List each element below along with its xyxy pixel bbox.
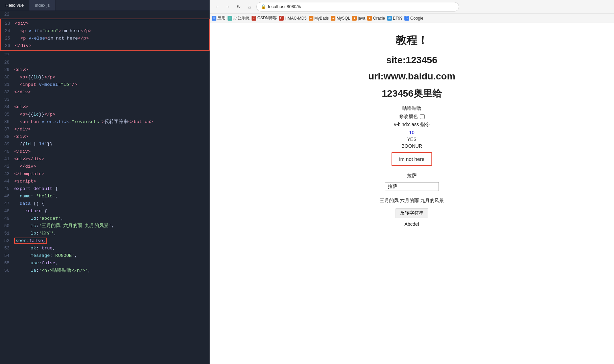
bookmark-google[interactable]: G Google <box>404 16 423 21</box>
line-number: 44 <box>0 178 13 185</box>
hmac-icon: C <box>279 16 284 21</box>
line-number: 22 <box>0 11 13 18</box>
oracle-icon: ♦ <box>367 16 372 21</box>
line-content: export default { <box>13 185 210 193</box>
bookmarks-bar: ⠿ 应用 ✦ 办公系统 C CSDN博客 C HMAC-MD5 ♦ MyBati… <box>210 14 614 23</box>
line-number: 39 <box>0 141 13 148</box>
line-content: lc:'三月的风 六月的雨 九月的风景', <box>13 222 210 230</box>
editor-tab-bar: Hello.vue index.js <box>0 0 210 11</box>
line-content: </div> <box>13 89 210 96</box>
line-content: la:'<h7>咕噜咕噜</h7>', <box>13 267 210 274</box>
line-number: 49 <box>0 215 13 222</box>
line-number: 30 <box>0 74 13 81</box>
tab-index-js[interactable]: index.js <box>29 0 55 10</box>
code-line: 35 <p>{{lc}}</p> <box>0 111 210 118</box>
bookmark-oracle[interactable]: ♦ Oracle <box>367 16 385 21</box>
bookmark-mysql[interactable]: ♦ MySQL <box>331 16 350 21</box>
code-line: 45 export default { <box>0 185 210 193</box>
csdn-icon: C <box>252 16 256 21</box>
code-editor: Hello.vue index.js 22 23 <div> 24 <p v-i… <box>0 0 210 364</box>
reverse-btn-container: 反转字符串 <box>307 209 517 220</box>
forward-button[interactable]: → <box>224 3 232 11</box>
code-line: 24 <p v-if="seen">im here</p> <box>1 27 209 35</box>
line-content: <script> <box>13 178 210 185</box>
code-line: 41 <div></div> <box>0 155 210 163</box>
im-not-here-text: im not here <box>392 152 432 166</box>
reload-button[interactable]: ↻ <box>235 3 243 11</box>
line-content: </div> <box>13 163 210 170</box>
line-content: lb:'拉萨', <box>13 230 210 237</box>
code-line: 34 <div> <box>0 103 210 111</box>
lasa-input[interactable] <box>385 182 439 191</box>
bookmark-oracle-label: Oracle <box>373 16 385 21</box>
line-number: 53 <box>0 245 13 252</box>
home-button[interactable]: ⌂ <box>245 3 254 11</box>
code-line: 29 <div> <box>0 66 210 74</box>
page-gulu: 咕噜咕噜 <box>307 105 517 112</box>
bookmark-apps[interactable]: ⠿ 应用 <box>212 15 226 21</box>
bookmark-java[interactable]: ♦ java <box>352 16 365 21</box>
line-content: <button v-on:click="reverseLc">反转字符串</bu… <box>13 118 210 126</box>
bookmark-google-label: Google <box>410 16 423 21</box>
code-line: 48 return { <box>0 208 210 215</box>
line-content: <p>{{lb}}</p> <box>13 74 210 81</box>
line-content: ld:'abcdef', <box>13 215 210 222</box>
page-vbind-label: v-bind:class 指令 <box>307 122 517 128</box>
code-line: 25 <p v-else>im not here</p> <box>1 35 209 42</box>
bookmark-csdn[interactable]: C CSDN博客 <box>252 15 277 21</box>
bookmark-et99[interactable]: ⊕ ET99 <box>387 16 403 21</box>
line-content: name: 'hello', <box>13 193 210 200</box>
bookmark-mybatis[interactable]: ♦ MyBatis <box>309 16 329 21</box>
line-content: </div> <box>13 126 210 133</box>
code-line: 52 seen:false, <box>0 237 210 245</box>
tab-hello-vue[interactable]: Hello.vue <box>0 0 29 10</box>
bookmark-office[interactable]: ✦ 办公系统 <box>228 15 250 21</box>
back-button[interactable]: ← <box>213 3 221 11</box>
code-line: 50 lc:'三月的风 六月的雨 九月的风景', <box>0 222 210 230</box>
line-number: 33 <box>0 96 13 103</box>
browser-content: 教程！ site:123456 url:www.baidu.com 123456… <box>210 23 614 364</box>
line-number: 41 <box>0 155 13 163</box>
line-number: 47 <box>0 200 13 208</box>
line-number: 26 <box>1 42 14 50</box>
line-content: </template> <box>13 170 210 178</box>
code-line: 31 <input v-model="lb"/> <box>0 81 210 89</box>
page-modify-color: 修改颜色 <box>307 114 517 120</box>
code-line: 28 <box>0 59 210 66</box>
line-number: 38 <box>0 133 13 141</box>
browser-toolbar: ← → ↻ ⌂ 🔒 localhost:8080/#/ <box>210 0 614 14</box>
line-number: 54 <box>0 252 13 260</box>
bookmark-mysql-label: MySQL <box>336 16 350 21</box>
line-number: 48 <box>0 208 13 215</box>
line-content: <p v-else>im not here</p> <box>14 35 209 42</box>
bookmark-office-label: 办公系统 <box>233 15 250 21</box>
code-line: 26 </div> <box>1 42 209 50</box>
code-line: 36 <button v-on:click="reverseLc">反转字符串<… <box>0 118 210 126</box>
bookmark-hmac[interactable]: C HMAC-MD5 <box>279 16 307 21</box>
reverse-button[interactable]: 反转字符串 <box>396 209 428 218</box>
page-number-text: 123456奥里给 <box>307 87 517 100</box>
address-bar[interactable]: 🔒 localhost:8080/#/ <box>256 2 459 11</box>
line-number: 56 <box>0 267 13 274</box>
code-line: 53 ok: true, <box>0 245 210 252</box>
modify-color-checkbox[interactable] <box>420 114 425 119</box>
code-line: 56 la:'<h7>咕噜咕噜</h7>', <box>0 267 210 274</box>
line-number: 34 <box>0 103 13 111</box>
url-text: localhost:8080/#/ <box>268 4 301 9</box>
page-lasa-label: 拉萨 <box>307 173 517 179</box>
bookmark-et99-label: ET99 <box>393 16 403 21</box>
bookmark-hmac-label: HMAC-MD5 <box>285 16 307 21</box>
page-url-text: url:www.baidu.com <box>307 71 517 82</box>
code-line: 49 ld:'abcdef', <box>0 215 210 222</box>
code-line: 32 </div> <box>0 89 210 96</box>
code-line: 47 data () { <box>0 200 210 208</box>
line-number: 50 <box>0 222 13 230</box>
google-icon: G <box>404 16 409 21</box>
line-number: 55 <box>0 260 13 267</box>
page-abcdef: Abcdef <box>307 221 517 227</box>
line-content: {{ld | ld1}} <box>13 141 210 148</box>
line-number: 43 <box>0 170 13 178</box>
line-number: 52 <box>0 237 13 245</box>
bookmark-apps-label: 应用 <box>217 15 226 21</box>
line-content: data () { <box>13 200 210 208</box>
